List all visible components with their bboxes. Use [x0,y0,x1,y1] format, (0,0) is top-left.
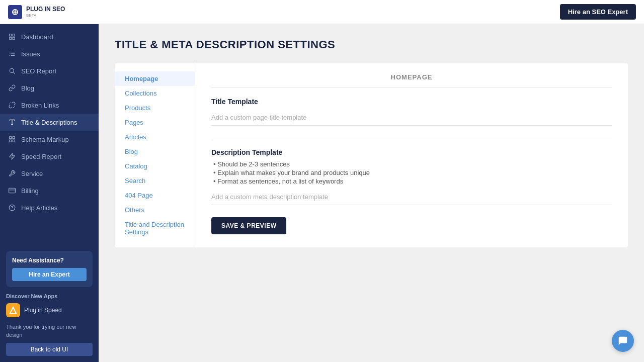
sub-nav: Homepage Collections Products Pages Arti… [115,63,195,247]
svg-rect-3 [10,34,12,36]
sub-nav-search[interactable]: Search [115,173,195,188]
svg-rect-6 [13,37,15,39]
svg-marker-25 [10,153,15,159]
panel-section-title: HOMEPAGE [211,73,612,87]
sub-nav-homepage[interactable]: Homepage [115,71,195,86]
list-icon [8,50,16,58]
tool-icon [8,169,16,177]
hint-item-3: • Format as sentences, not a list of key… [211,177,612,185]
sidebar-bottom: Need Assistance? Hire an Expert Discover… [0,245,99,362]
svg-rect-26 [9,188,16,193]
sidebar-label-service: Service [21,170,43,177]
sidebar-item-seo-report[interactable]: SEO Report [0,62,99,79]
description-template-label: Description Template [211,148,612,156]
need-assistance-box: Need Assistance? Hire an Expert [6,251,93,287]
description-template-section: Description Template • Should be 2-3 sen… [211,148,612,205]
sidebar-item-schema-markup[interactable]: Schema Markup [0,131,99,148]
svg-rect-22 [13,137,15,139]
sidebar-label-speed-report: Speed Report [21,153,61,160]
field-divider [211,138,612,138]
svg-rect-5 [10,37,12,39]
title-template-section: Title Template [211,98,612,126]
svg-line-14 [14,72,15,74]
sidebar-nav: Dashboard Issues SEO Report Blog [0,24,99,245]
svg-rect-4 [13,34,15,36]
svg-point-13 [10,68,14,72]
sidebar: Dashboard Issues SEO Report Blog [0,24,99,362]
content-area: TITLE & META DESCRIPTION SETTINGS Homepa… [99,24,644,362]
back-to-old-button[interactable]: Back to old UI [6,343,93,356]
hire-expert-sidebar-button[interactable]: Hire an Expert [12,268,87,281]
search-icon [8,67,16,75]
discover-section: Discover New Apps Plug in Speed [6,293,93,317]
chat-button[interactable] [612,330,634,352]
top-header: PLUG IN SEO BETA Hire an SEO Expert [0,0,644,24]
svg-point-10 [9,52,10,52]
sidebar-item-issues[interactable]: Issues [0,45,99,62]
discover-title: Discover New Apps [6,293,93,299]
description-hints: • Should be 2-3 sentences • Explain what… [211,160,612,185]
sidebar-item-speed-report[interactable]: Speed Report [0,148,99,165]
logo-beta: BETA [26,13,65,18]
sidebar-item-help-articles[interactable]: Help Articles [0,199,99,216]
sidebar-label-blog: Blog [21,84,34,92]
app-name: Plug in Speed [24,307,62,314]
sidebar-label-help-articles: Help Articles [21,204,57,212]
logo-area: PLUG IN SEO BETA [8,5,65,19]
main-panel: HOMEPAGE Title Template Description Temp… [195,63,628,247]
svg-point-11 [9,53,10,54]
svg-rect-24 [13,140,15,142]
main-layout: Dashboard Issues SEO Report Blog [0,24,644,362]
save-preview-button[interactable]: SAVE & PREVIEW [211,217,286,234]
need-assistance-title: Need Assistance? [12,257,87,264]
description-template-input[interactable] [211,189,612,205]
discover-app: Plug in Speed [6,303,93,317]
logo-title: PLUG IN SEO [26,6,65,13]
sidebar-item-dashboard[interactable]: Dashboard [0,28,99,45]
zap-icon [8,152,16,160]
svg-rect-23 [10,140,12,142]
page-title: TITLE & META DESCRIPTION SETTINGS [115,38,628,51]
sub-nav-catalog[interactable]: Catalog [115,159,195,173]
sub-nav-collections[interactable]: Collections [115,86,195,101]
link-icon [8,84,16,92]
credit-card-icon [8,187,16,195]
sidebar-label-broken-links: Broken Links [21,102,59,109]
sidebar-item-title-descriptions[interactable]: Title & Descriptions [0,114,99,131]
thank-you-text: Thank you for trying our new design [6,323,93,339]
content-inner: Homepage Collections Products Pages Arti… [115,63,628,247]
sidebar-label-issues: Issues [21,50,40,58]
sub-nav-404[interactable]: 404 Page [115,188,195,203]
type-icon [8,118,16,126]
app-icon [6,303,20,317]
sidebar-label-title-descriptions: Title & Descriptions [21,119,77,126]
hint-item-1: • Should be 2-3 sentences [211,160,612,168]
sub-nav-articles[interactable]: Articles [115,130,195,144]
svg-marker-30 [10,307,16,313]
sub-nav-products[interactable]: Products [115,101,195,115]
logo-text: PLUG IN SEO BETA [26,6,65,17]
svg-point-28 [9,205,15,211]
svg-point-12 [9,55,10,56]
sidebar-item-billing[interactable]: Billing [0,182,99,199]
sidebar-item-broken-links[interactable]: Broken Links [0,97,99,114]
svg-rect-21 [10,137,12,139]
sidebar-label-dashboard: Dashboard [21,33,53,41]
logo-icon [8,5,22,19]
sidebar-label-seo-report: SEO Report [21,67,56,75]
hire-expert-header-button[interactable]: Hire an SEO Expert [560,4,636,20]
sidebar-label-schema-markup: Schema Markup [21,136,69,143]
unlink-icon [8,101,16,109]
sub-nav-pages[interactable]: Pages [115,115,195,130]
hint-item-2: • Explain what makes your brand and prod… [211,169,612,176]
schema-icon [8,135,16,143]
title-template-input[interactable] [211,110,612,126]
grid-icon [8,33,16,41]
sidebar-item-blog[interactable]: Blog [0,79,99,97]
sub-nav-others[interactable]: Others [115,203,195,217]
sub-nav-blog[interactable]: Blog [115,144,195,159]
title-template-label: Title Template [211,98,612,106]
sidebar-item-service[interactable]: Service [0,165,99,182]
sub-nav-title-desc-settings[interactable]: Title and Description Settings [115,217,195,239]
help-icon [8,204,16,212]
